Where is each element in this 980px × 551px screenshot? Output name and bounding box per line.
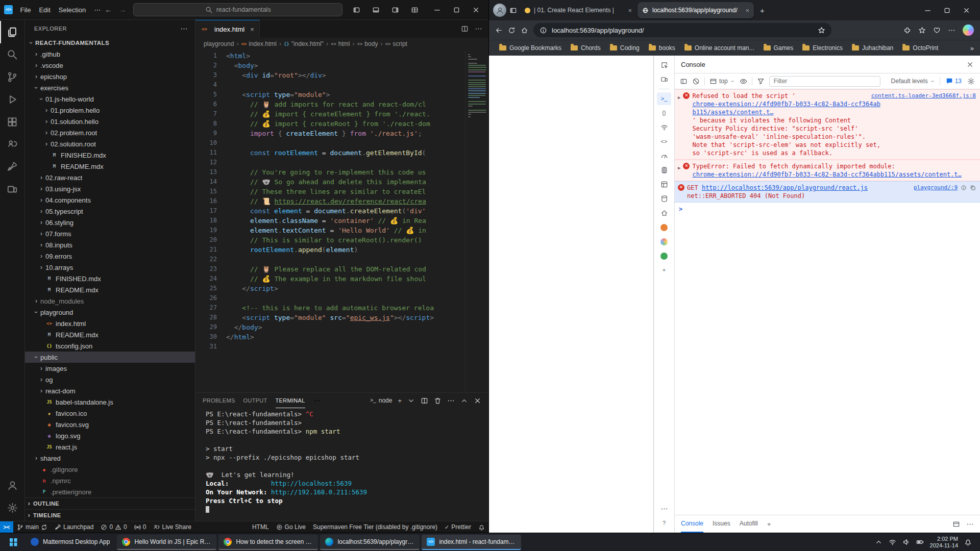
section-outline[interactable]: ›OUTLINE [25, 497, 195, 509]
tree-item-03-using-jsx[interactable]: ›03.using-jsx [25, 183, 195, 194]
panel-tab-terminal[interactable]: TERMINAL [276, 393, 305, 408]
tree-item--gitignore[interactable]: ◆.gitignore [25, 464, 195, 475]
status-ports[interactable]: 0 [131, 521, 150, 533]
status-git-branch[interactable]: main [13, 521, 51, 533]
clock[interactable]: 2:02 PM2024-11-14 [930, 536, 958, 549]
close-panel-icon[interactable] [474, 397, 481, 405]
message-link[interactable]: http://localhost:5639/app/playground/rea… [702, 184, 868, 191]
extensions-icon[interactable] [903, 27, 911, 34]
status-launchpad[interactable]: Launchpad [51, 521, 97, 533]
source-location-link[interactable]: content.ts-loader-3ed3668f.js:8 [871, 92, 976, 100]
breadcrumb-item[interactable]: playground [204, 40, 234, 47]
activity-search[interactable] [0, 43, 24, 66]
tree-item-01-js-hello-world[interactable]: ›01.js-hello-world [25, 93, 195, 105]
tree-item-05-typescript[interactable]: ›05.typescript [25, 206, 195, 217]
tray-chevron-icon[interactable] [875, 538, 883, 546]
devtools-tool-add-tools[interactable]: + [657, 264, 671, 277]
editor-more-icon[interactable] [475, 25, 482, 33]
tree-item-readme-mdx[interactable]: MREADME.mdx [25, 284, 195, 295]
tree-item-tsconfig-json[interactable]: {}tsconfig.json [25, 340, 195, 352]
devtools-tool-device-emulation[interactable] [657, 73, 671, 86]
devtools-tool-console[interactable]: >_ [657, 92, 671, 105]
tree-item-logo-svg[interactable]: ◈logo.svg [25, 430, 195, 441]
taskbar-app-2[interactable]: Hello World in JS | Epic React by K... [117, 535, 216, 550]
tree-item-favicon-ico[interactable]: ★favicon.ico [25, 408, 195, 419]
tree-item-react-js[interactable]: JSreact.js [25, 441, 195, 453]
devtools-tool-extension-orange[interactable] [657, 221, 671, 234]
activity-run-and-debug[interactable] [0, 88, 24, 111]
status-supermaven[interactable]: Supermaven Free Tier (disabled by .gitig… [309, 521, 441, 533]
tree-item-06-styling[interactable]: ›06.styling [25, 217, 195, 228]
clear-console-icon[interactable] [692, 78, 700, 85]
tree-item-07-forms[interactable]: ›07.forms [25, 228, 195, 239]
drawer-tab-autofill[interactable]: Autofill [740, 515, 758, 533]
status-problems[interactable]: 00 [97, 521, 130, 533]
maximize-panel-icon[interactable] [460, 397, 468, 405]
panel-tab-output[interactable]: OUTPUT [243, 393, 267, 408]
expand-triangle-icon[interactable]: ▶ [678, 93, 680, 157]
minimap[interactable] [465, 50, 488, 392]
bookmark-electronics[interactable]: Electronics [798, 43, 847, 53]
menu-file[interactable]: File [16, 5, 35, 15]
breadcrumb-item[interactable]: <>script [385, 40, 407, 47]
drawer-tab-issues[interactable]: Issues [713, 515, 730, 533]
breadcrumb-item[interactable]: {}"index.html" [284, 40, 324, 47]
split-terminal-icon[interactable] [421, 397, 428, 405]
breadcrumb-item[interactable]: <>index.html [241, 40, 277, 47]
menu-selection[interactable]: Selection [55, 5, 90, 15]
close-tab-icon[interactable]: × [250, 26, 254, 33]
devtools-tool-inspect[interactable] [657, 59, 671, 71]
tree-item-epicshop[interactable]: ›epicshop [25, 71, 195, 82]
tree-item-readme-mdx[interactable]: MREADME.mdx [25, 329, 195, 340]
devtools-tool-welcome[interactable] [657, 207, 671, 219]
toggle-secondary-sidebar-icon[interactable] [386, 2, 404, 17]
taskbar-app-5[interactable]: </>index.html - react-fundamentals -... [422, 535, 521, 550]
refresh-icon[interactable] [508, 27, 516, 34]
tree-item-finished-mdx[interactable]: MFINISHED.mdx [25, 149, 195, 161]
go-back-icon[interactable]: ← [105, 6, 112, 14]
tree-item-index-html[interactable]: <>index.html [25, 318, 195, 329]
tree-item-babel-standalone-js[interactable]: JSbabel-standalone.js [25, 396, 195, 408]
browser-minimize-icon[interactable] [918, 2, 937, 18]
status-prettier[interactable]: ✓Prettier [441, 521, 475, 533]
profile-avatar[interactable] [493, 4, 506, 17]
tree-item-02-problem-root[interactable]: ›02.problem.root [25, 127, 195, 138]
home-icon[interactable] [521, 27, 528, 34]
tree-item--prettierignore[interactable]: P.prettierignore [25, 486, 195, 497]
browser-maximize-icon[interactable] [937, 2, 957, 18]
split-editor-icon[interactable] [461, 25, 469, 33]
explorer-more-icon[interactable] [180, 25, 188, 33]
devtools-tool-memory[interactable] [657, 164, 671, 177]
bookmark-google-bookmarks[interactable]: Google Bookmarks [495, 43, 566, 53]
taskbar-app-4[interactable]: localhost:5639/app/playground/ a... [320, 535, 420, 550]
tree-item-01-solution-hello[interactable]: ›01.solution.hello [25, 116, 195, 127]
devtools-tool-storage[interactable] [657, 192, 671, 205]
tree-item-exercises[interactable]: ›exercises [25, 82, 195, 93]
wifi-icon[interactable] [889, 538, 896, 546]
terminal[interactable]: PS E:\react-fundamentals> ^CPS E:\react-… [195, 408, 488, 521]
taskbar-app-1[interactable]: Mattermost Desktop App [26, 535, 115, 550]
go-forward-icon[interactable]: → [119, 6, 126, 14]
console-prompt[interactable]: > [675, 203, 980, 216]
console-filter-input[interactable] [769, 76, 880, 87]
tree-item-10-arrays[interactable]: ›10.arrays [25, 262, 195, 273]
live-expression-icon[interactable] [740, 78, 747, 85]
tree-item-favicon-svg[interactable]: ◈favicon.svg [25, 419, 195, 430]
tree-item-readme-mdx[interactable]: MREADME.mdx [25, 161, 195, 172]
tree-item-finished-mdx[interactable]: MFINISHED.mdx [25, 273, 195, 284]
terminal-dropdown-icon[interactable] [407, 397, 415, 405]
browser-tab-1[interactable]: | 01. Create React Elements |× [520, 2, 636, 18]
command-center-search[interactable]: react-fundamentals [133, 3, 342, 16]
close-window-icon[interactable] [467, 2, 484, 17]
info-icon[interactable] [961, 185, 967, 191]
bookmark-octoprint[interactable]: OctoPrint [898, 43, 942, 53]
tree-item-react-fundamentals[interactable]: ›REACT-FUNDAMENTALS [25, 37, 195, 48]
issues-counter[interactable]: 13 [946, 78, 962, 85]
volume-icon[interactable] [902, 538, 910, 546]
browser-close-icon[interactable] [957, 2, 976, 18]
tree-item--github[interactable]: ›.github [25, 48, 195, 60]
address-bar[interactable]: localhost:5639/app/playground/ [533, 23, 831, 37]
source-location-link[interactable]: playground/:9 [914, 184, 958, 192]
tree-item-node-modules[interactable]: ›node_modules [25, 295, 195, 307]
log-levels-dropdown[interactable]: Default levels [891, 78, 935, 85]
